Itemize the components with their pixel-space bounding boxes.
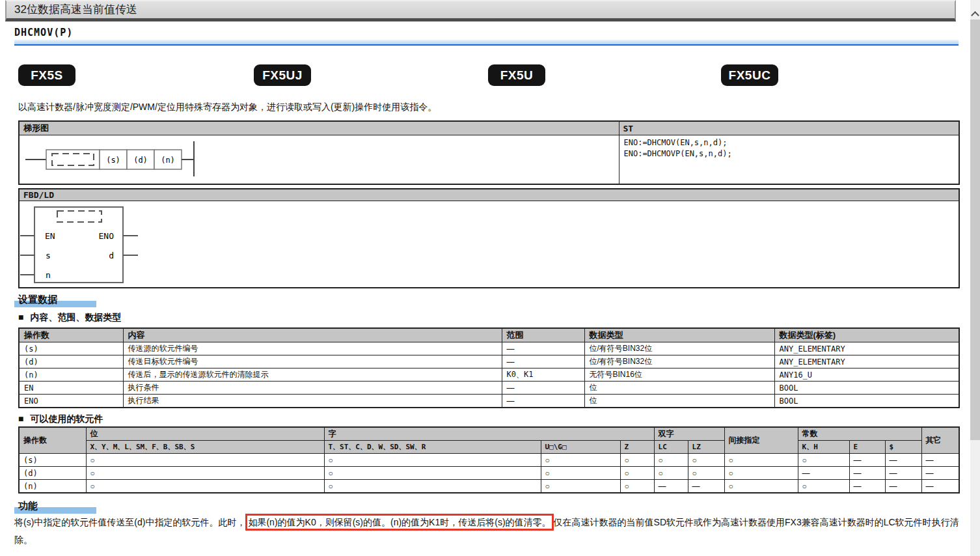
cell: BOOL — [774, 382, 959, 395]
cell: ENO — [19, 395, 123, 408]
cell: — — [798, 467, 849, 480]
cell: BOOL — [774, 395, 959, 408]
col-operand: 操作数 — [19, 427, 86, 454]
function-description: 将(s)中指定的软元件值传送至(d)中指定的软元件。此时，如果(n)的值为K0，… — [14, 514, 959, 549]
square-bullet-icon: ■ — [18, 312, 23, 322]
table-row: (n) 传送后，显示的传送源软元件的清除提示 K0、K1 无符号BIN16位 A… — [19, 368, 959, 382]
ladder-st-table: 梯形图 ST (s) (d) (n) — [18, 120, 960, 185]
cell: 位 — [584, 395, 774, 408]
col-z: Z — [620, 441, 654, 454]
ladder-diagram-cell: (s) (d) (n) — [19, 135, 619, 185]
col-operand: 操作数 — [19, 328, 123, 342]
vertical-scrollbar-thumb[interactable] — [970, 20, 980, 440]
cell: 位 — [584, 382, 774, 395]
subsection-usable-devices: ■可以使用的软元件 — [18, 413, 103, 425]
square-bullet-icon: ■ — [18, 413, 23, 424]
col-kh: K、H — [798, 441, 849, 454]
table-row: (s) ○ ○ ○ ○ ○ ○ ○ ○ — — — — [19, 454, 959, 467]
cell: ○ — [688, 467, 724, 480]
col-ug-device: U□\G□ — [541, 441, 620, 454]
table-row: 操作数 位 字 双字 间接指定 常数 其它 — [19, 427, 959, 441]
cell: ○ — [620, 480, 654, 493]
group-indirect: 间接指定 — [724, 427, 798, 454]
cell: ○ — [324, 467, 541, 480]
cell: K0、K1 — [502, 368, 584, 382]
table-row: (s) 传送源的软元件编号 — 位/有符号BIN32位 ANY_ELEMENTA… — [19, 342, 959, 355]
cell: — — [502, 355, 584, 368]
ladder-diagram: (s) (d) (n) — [20, 136, 619, 180]
usable-devices-table: 操作数 位 字 双字 间接指定 常数 其它 X、Y、M、L、SM、F、B、SB、… — [18, 426, 960, 493]
operand-content-table: 操作数 内容 范围 数据类型 数据类型(标签) (s) 传送源的软元件编号 — … — [18, 327, 960, 408]
col-datatype: 数据类型 — [584, 328, 774, 342]
cell: ○ — [620, 467, 654, 480]
instruction-description: 以高速计数器/脉冲宽度测定/PWM/定位用特殊寄存器为对象，进行读取或写入(更新… — [18, 102, 437, 113]
col-range: 范围 — [502, 328, 584, 342]
cell: — — [502, 395, 584, 408]
cell: — — [885, 454, 921, 467]
st-header-cell: ST — [619, 121, 959, 135]
ladder-param-s: (s) — [106, 156, 120, 165]
table-row: EN ENO s d n — [19, 201, 959, 288]
cell: (n) — [19, 480, 86, 493]
cell: — — [849, 467, 885, 480]
table-row: (s) (d) (n) ENO:=DHCMOV(EN,s,n,d); ENO:=… — [19, 135, 959, 185]
cell: ○ — [324, 480, 541, 493]
table-row: (d) 传送目标软元件编号 — 位/有符号BIN32位 ANY_ELEMENTA… — [19, 355, 959, 368]
col-datatype-label: 数据类型(标签) — [774, 328, 959, 342]
cell: — — [921, 454, 959, 467]
fbd-diagram-cell: EN ENO s d n — [19, 201, 959, 288]
cell: ○ — [654, 467, 688, 480]
cell: (n) — [19, 368, 123, 382]
cell: ○ — [541, 480, 620, 493]
cell: (d) — [19, 355, 123, 368]
cell: ANY_ELEMENTARY — [774, 355, 959, 368]
cell: 位/有符号BIN32位 — [584, 342, 774, 355]
instruction-name: DHCMOV(P) — [14, 27, 73, 38]
section-heading-setting-data: 设置数据 — [14, 294, 57, 308]
cell: — — [849, 480, 885, 493]
cell: 传送源的软元件编号 — [123, 342, 502, 355]
fbd-pin-eno: ENO — [99, 231, 115, 241]
table-row: (n) ○ ○ ○ ○ — — ○ ○ — — — — [19, 480, 959, 493]
col-lz: LZ — [688, 441, 724, 454]
st-code-cell: ENO:=DHCMOV(EN,s,n,d); ENO:=DHCMOVP(EN,s… — [619, 135, 959, 185]
function-text-highlighted-redbox: 如果(n)的值为K0，则保留(s)的值。(n)的值为K1时，传送后将(s)的值清… — [245, 514, 553, 531]
cell: ○ — [724, 454, 798, 467]
cell: ○ — [86, 480, 324, 493]
section-heading-function: 功能 — [14, 500, 38, 514]
group-doubleword: 双字 — [654, 427, 724, 441]
cell: 传送目标软元件编号 — [123, 355, 502, 368]
group-word: 字 — [324, 427, 654, 441]
cell: ○ — [541, 454, 620, 467]
cell: ○ — [798, 454, 849, 467]
ladder-header-cell: 梯形图 — [19, 121, 619, 135]
cell: — — [849, 454, 885, 467]
fbd-ld-table: FBD/LD EN ENO s d n — [18, 188, 960, 288]
table-row: ENO 执行结果 — 位 BOOL — [19, 395, 959, 408]
cell: — — [921, 480, 959, 493]
col-lc: LC — [654, 441, 688, 454]
fbd-pin-s: s — [46, 251, 51, 260]
fbd-pin-d: d — [109, 251, 114, 260]
function-text-before: 将(s)中指定的软元件值传送至(d)中指定的软元件。此时， — [14, 517, 245, 527]
cell: 传送后，显示的传送源软元件的清除提示 — [123, 368, 502, 382]
cell: — — [502, 382, 584, 395]
cell: — — [921, 467, 959, 480]
cell: ANY_ELEMENTARY — [774, 342, 959, 355]
col-content: 内容 — [123, 328, 502, 342]
cell: ○ — [620, 454, 654, 467]
manual-page: 32位数据高速当前值传送 DHCMOV(P) FX5S FX5UJ FX5U F… — [0, 0, 980, 556]
cell: EN — [19, 382, 123, 395]
cell: (d) — [19, 467, 86, 480]
page-title: 32位数据高速当前值传送 — [5, 0, 956, 21]
cell: — — [502, 342, 584, 355]
table-row: 操作数 内容 范围 数据类型 数据类型(标签) — [19, 328, 959, 342]
table-row: FBD/LD — [19, 189, 959, 201]
plc-badge-fx5s: FX5S — [18, 64, 75, 86]
cell: (s) — [19, 342, 123, 355]
cell: 无符号BIN16位 — [584, 368, 774, 382]
subsection-content-range-type: ■内容、范围、数据类型 — [18, 312, 121, 324]
cell: — — [654, 480, 688, 493]
table-row: X、Y、M、L、SM、F、B、SB、S T、ST、C、D、W、SD、SW、R U… — [19, 441, 959, 454]
table-row: 梯形图 ST — [19, 121, 959, 135]
